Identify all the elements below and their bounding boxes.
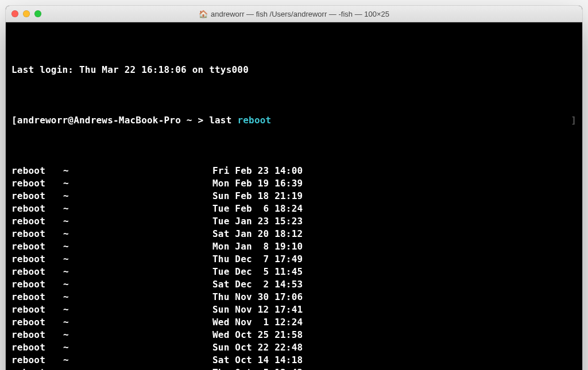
- terminal-viewport[interactable]: Last login: Thu Mar 22 16:18:06 on ttys0…: [6, 22, 582, 370]
- output-tty: ~: [63, 341, 212, 354]
- output-row: reboot~Tue Jan 23 15:23: [11, 215, 577, 228]
- output-tty: ~: [63, 215, 212, 228]
- output-tty: ~: [63, 202, 212, 215]
- zoom-button[interactable]: [34, 10, 41, 17]
- output-timestamp: Thu Nov 30 17:06: [212, 291, 303, 303]
- login-banner: Last login: Thu Mar 22 16:18:06 on ttys0…: [11, 64, 577, 76]
- output-tty: ~: [63, 177, 212, 190]
- output-tty: ~: [63, 253, 212, 266]
- output-rows: reboot~Fri Feb 23 14:00reboot~Mon Feb 19…: [11, 165, 577, 370]
- output-row: reboot~Sun Nov 12 17:41: [11, 303, 577, 316]
- output-user: reboot: [11, 190, 63, 202]
- output-user: reboot: [11, 341, 63, 354]
- output-user: reboot: [11, 303, 63, 316]
- home-icon: 🏠: [199, 10, 208, 18]
- output-timestamp: Fri Feb 23 14:00: [212, 165, 303, 177]
- prompt-host-path: andreworr@Andrews-MacBook-Pro ~: [17, 115, 192, 126]
- output-row: reboot~Sat Dec 2 14:53: [11, 278, 577, 291]
- output-user: reboot: [11, 354, 63, 367]
- output-tty: ~: [63, 228, 212, 240]
- output-user: reboot: [11, 202, 63, 215]
- output-row: reboot~Sun Feb 18 21:19: [11, 190, 577, 202]
- output-row: reboot~Mon Jan 8 19:10: [11, 240, 577, 253]
- output-timestamp: Tue Feb 6 18:24: [212, 202, 303, 215]
- output-user: reboot: [11, 278, 63, 291]
- output-timestamp: Tue Jan 23 15:23: [212, 215, 303, 228]
- prompt-argument: reboot: [237, 115, 271, 126]
- output-timestamp: Sun Nov 12 17:41: [212, 303, 303, 316]
- output-row: reboot~Wed Oct 25 21:58: [11, 329, 577, 341]
- output-timestamp: Sun Oct 22 22:48: [212, 341, 303, 354]
- titlebar[interactable]: 🏠 andreworr — fish /Users/andreworr — -f…: [6, 6, 582, 22]
- output-user: reboot: [11, 367, 63, 370]
- output-user: reboot: [11, 266, 63, 278]
- output-timestamp: Thu Oct 5 13:42: [212, 367, 303, 370]
- output-timestamp: Sun Feb 18 21:19: [212, 190, 303, 202]
- output-row: reboot~Wed Nov 1 12:24: [11, 316, 577, 329]
- output-timestamp: Tue Dec 5 11:45: [212, 266, 303, 278]
- output-tty: ~: [63, 303, 212, 316]
- output-user: reboot: [11, 240, 63, 253]
- prompt-close-bracket-dim: ]: [571, 114, 577, 127]
- output-user: reboot: [11, 215, 63, 228]
- prompt-arrow: >: [198, 115, 204, 126]
- output-tty: ~: [63, 165, 212, 177]
- output-row: reboot~Thu Dec 7 17:49: [11, 253, 577, 266]
- output-row: reboot~Tue Feb 6 18:24: [11, 202, 577, 215]
- output-tty: ~: [63, 266, 212, 278]
- output-user: reboot: [11, 177, 63, 190]
- traffic-lights: [11, 10, 41, 17]
- output-timestamp: Thu Dec 7 17:49: [212, 253, 303, 266]
- close-button[interactable]: [11, 10, 18, 17]
- terminal-window: 🏠 andreworr — fish /Users/andreworr — -f…: [6, 6, 582, 370]
- output-tty: ~: [63, 329, 212, 341]
- output-timestamp: Mon Feb 19 16:39: [212, 177, 303, 190]
- minimize-button[interactable]: [23, 10, 30, 17]
- output-user: reboot: [11, 228, 63, 240]
- output-row: reboot~Sat Oct 14 14:18: [11, 354, 577, 367]
- output-timestamp: Mon Jan 8 19:10: [212, 240, 303, 253]
- output-row: reboot~Thu Oct 5 13:42: [11, 367, 577, 370]
- prompt-command: last: [209, 115, 231, 126]
- output-tty: ~: [63, 367, 212, 370]
- output-tty: ~: [63, 291, 212, 303]
- output-user: reboot: [11, 329, 63, 341]
- output-row: reboot~Sat Jan 20 18:12: [11, 228, 577, 240]
- output-tty: ~: [63, 278, 212, 291]
- output-row: reboot~Mon Feb 19 16:39: [11, 177, 577, 190]
- output-timestamp: Wed Oct 25 21:58: [212, 329, 303, 341]
- output-tty: ~: [63, 316, 212, 329]
- prompt-line: [andreworr@Andrews-MacBook-Pro ~ > last …: [11, 114, 577, 127]
- output-tty: ~: [63, 190, 212, 202]
- output-timestamp: Wed Nov 1 12:24: [212, 316, 303, 329]
- prompt-open-bracket: [: [11, 115, 17, 126]
- output-timestamp: Sat Dec 2 14:53: [212, 278, 303, 291]
- window-title-text: andreworr — fish /Users/andreworr — -fis…: [211, 10, 389, 18]
- output-tty: ~: [63, 240, 212, 253]
- output-row: reboot~Fri Feb 23 14:00: [11, 165, 577, 177]
- output-row: reboot~Thu Nov 30 17:06: [11, 291, 577, 303]
- window-title: 🏠 andreworr — fish /Users/andreworr — -f…: [6, 10, 582, 18]
- output-user: reboot: [11, 291, 63, 303]
- output-row: reboot~Tue Dec 5 11:45: [11, 266, 577, 278]
- output-row: reboot~Sun Oct 22 22:48: [11, 341, 577, 354]
- output-user: reboot: [11, 253, 63, 266]
- output-user: reboot: [11, 316, 63, 329]
- output-user: reboot: [11, 165, 63, 177]
- output-timestamp: Sat Oct 14 14:18: [212, 354, 303, 367]
- output-timestamp: Sat Jan 20 18:12: [212, 228, 303, 240]
- output-tty: ~: [63, 354, 212, 367]
